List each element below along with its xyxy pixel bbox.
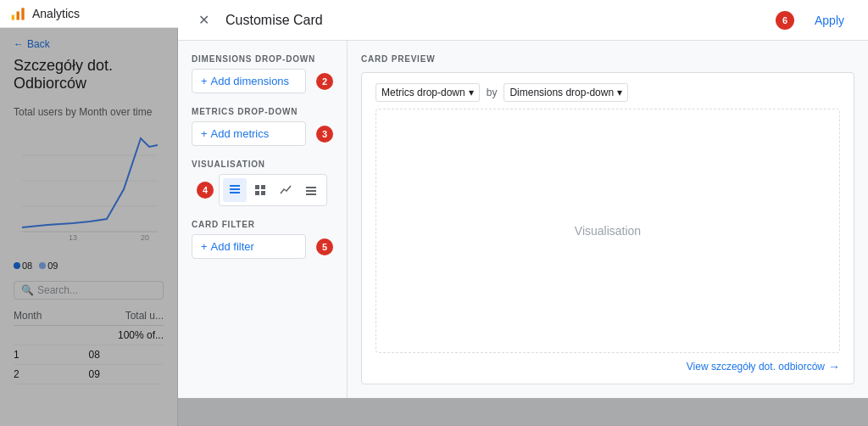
svg-rect-12 — [230, 192, 240, 193]
metrics-field-row: + Add metrics 3 — [192, 121, 333, 146]
card-filter-field-row: + Add filter 5 — [192, 234, 333, 259]
by-label: by — [487, 87, 498, 98]
visualisation-type-selector — [219, 174, 327, 206]
svg-rect-17 — [306, 187, 316, 188]
bar-chart-icon — [10, 5, 27, 22]
preview-label: CARD PREVIEW — [361, 54, 854, 64]
modal-title: Customise Card — [225, 13, 323, 28]
modal-close-button[interactable]: ✕ — [192, 8, 215, 32]
svg-rect-19 — [306, 193, 316, 195]
modal-header-right: 6 Apply — [776, 8, 854, 32]
plus-icon: + — [201, 75, 208, 87]
modal-body: DIMENSIONS DROP-DOWN + Add dimensions 2 … — [178, 41, 868, 398]
step-badge-2: 2 — [316, 73, 333, 90]
visualisation-field-row: 4 — [192, 174, 333, 206]
vis-line-icon[interactable] — [274, 178, 298, 202]
dimensions-field-row: + Add dimensions 2 — [192, 69, 333, 93]
svg-rect-1 — [17, 12, 19, 20]
modal-header: ✕ Customise Card 6 Apply — [178, 0, 868, 41]
svg-rect-13 — [255, 185, 259, 189]
vis-grid-icon[interactable] — [248, 178, 272, 202]
svg-rect-15 — [255, 191, 259, 195]
preview-card-header: Metrics drop-down ▾ by Dimensions drop-d… — [376, 83, 840, 102]
apply-button[interactable]: Apply — [804, 8, 854, 32]
app-logo: Analytics — [10, 5, 80, 22]
change-count-badge: 6 — [776, 11, 794, 30]
dimensions-label: DIMENSIONS DROP-DOWN — [192, 54, 333, 64]
add-filter-button[interactable]: + Add filter — [192, 234, 306, 259]
metrics-label: METRICS DROP-DOWN — [192, 107, 333, 116]
preview-card: Metrics drop-down ▾ by Dimensions drop-d… — [361, 72, 854, 384]
dimensions-section: DIMENSIONS DROP-DOWN + Add dimensions 2 — [192, 54, 333, 93]
svg-rect-2 — [21, 8, 24, 20]
customise-card-modal: ✕ Customise Card 6 Apply DIMENSIONS DROP… — [178, 0, 868, 398]
svg-rect-10 — [230, 185, 240, 187]
metrics-section: METRICS DROP-DOWN + Add metrics 3 — [192, 107, 333, 146]
vis-table-icon[interactable] — [223, 178, 247, 202]
chevron-down-icon: ▾ — [469, 87, 474, 98]
visualisation-label: VISUALISATION — [192, 160, 333, 169]
preview-visualisation-area: Visualisation — [376, 109, 840, 353]
card-filter-label: CARD FILTER — [192, 220, 333, 229]
step-badge-5: 5 — [316, 238, 333, 255]
step-badge-4: 4 — [197, 182, 214, 199]
visualisation-section: VISUALISATION 4 — [192, 160, 333, 206]
svg-rect-18 — [306, 190, 316, 192]
form-panel: DIMENSIONS DROP-DOWN + Add dimensions 2 … — [178, 41, 348, 398]
arrow-right-icon: → — [828, 360, 840, 373]
modal-header-left: ✕ Customise Card — [192, 8, 323, 32]
add-dimensions-button[interactable]: + Add dimensions — [192, 69, 306, 93]
add-metrics-button[interactable]: + Add metrics — [192, 121, 306, 146]
app-title: Analytics — [32, 7, 80, 20]
plus-icon: + — [201, 240, 208, 253]
metrics-dropdown-button[interactable]: Metrics drop-down ▾ — [376, 83, 480, 102]
svg-rect-16 — [261, 191, 265, 195]
svg-rect-11 — [230, 188, 240, 190]
card-filter-section: CARD FILTER + Add filter 5 — [192, 220, 333, 259]
vis-bar-icon[interactable] — [299, 178, 323, 202]
chevron-down-icon: ▾ — [617, 87, 622, 98]
step-badge-3: 3 — [316, 126, 333, 143]
dimensions-dropdown-button[interactable]: Dimensions drop-down ▾ — [504, 83, 628, 102]
preview-footer-link[interactable]: View szczegóły dot. odbiorców → — [376, 360, 840, 373]
preview-panel: CARD PREVIEW Metrics drop-down ▾ by Dime… — [348, 41, 868, 398]
svg-rect-14 — [261, 185, 265, 189]
plus-icon: + — [201, 127, 208, 140]
svg-rect-0 — [12, 15, 14, 20]
